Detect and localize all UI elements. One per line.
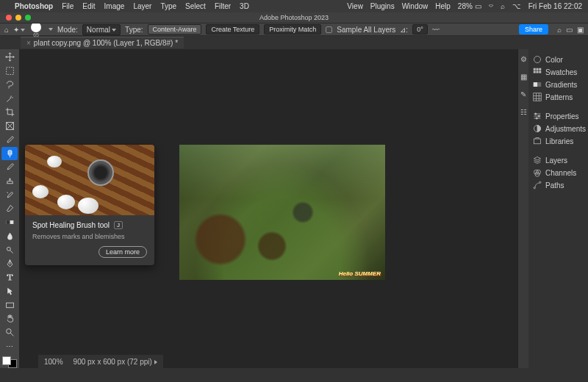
frame-tool[interactable] (1, 120, 18, 133)
history-brush-tool[interactable] (1, 188, 18, 201)
sample-all-layers-label: Sample All Layers (337, 26, 395, 34)
panel-patterns[interactable]: Patterns (531, 91, 587, 103)
document-tab-bar: × plant copy.png @ 100% (Layer 1, RGB/8#… (0, 36, 588, 49)
menu-view[interactable]: View (347, 2, 363, 10)
type-proximity-match-button[interactable]: Proximity Match (264, 24, 321, 35)
menu-type[interactable]: Type (160, 2, 176, 10)
crop-tool[interactable] (1, 106, 18, 119)
zoom-level[interactable]: 100% (44, 358, 63, 366)
document-canvas[interactable]: Hello SUMMER (179, 145, 385, 280)
rectangle-tool[interactable] (1, 298, 18, 311)
wand-tool[interactable] (1, 92, 18, 105)
close-tab-icon[interactable]: × (26, 39, 31, 47)
close-window-button[interactable] (6, 15, 12, 21)
hand-tool[interactable] (1, 312, 18, 325)
menu-file[interactable]: File (62, 2, 74, 10)
menu-help[interactable]: Help (435, 2, 451, 10)
panel-color[interactable]: Color (531, 54, 587, 65)
search-icon[interactable]: ⌕ (501, 2, 505, 10)
document-tab[interactable]: × plant copy.png @ 100% (Layer 1, RGB/8#… (21, 37, 184, 48)
color-swatches[interactable] (2, 356, 17, 368)
svg-rect-12 (534, 71, 536, 73)
menu-select[interactable]: Select (185, 2, 206, 10)
svg-rect-16 (534, 82, 537, 87)
tool-info-tooltip: Spot Healing Brush tool J Removes marks … (25, 145, 154, 265)
menu-window[interactable]: Window (402, 2, 429, 10)
dodge-tool[interactable] (1, 243, 18, 256)
menu-plugins[interactable]: Plugins (370, 2, 395, 10)
watermark-text: Hello SUMMER (339, 270, 381, 277)
app-menu[interactable]: Photoshop (15, 2, 53, 10)
blur-tool[interactable] (1, 230, 18, 243)
mode-select[interactable]: Normal (82, 24, 121, 35)
pressure-icon[interactable]: 〰 (432, 26, 440, 34)
home-icon[interactable]: ⌂ (4, 26, 9, 34)
path-select-tool[interactable] (1, 284, 18, 298)
eraser-tool[interactable] (1, 202, 18, 215)
menu-image[interactable]: Image (104, 2, 125, 10)
type-content-aware-button[interactable]: Content-Aware (148, 24, 202, 35)
arrange-icon[interactable]: ▣ (577, 26, 584, 34)
spot-healing-brush-tool[interactable] (1, 147, 18, 160)
panel-properties[interactable]: Properties (531, 110, 587, 122)
panels-dock: ⚙ ▦ ✎ ☷ Color Swatches Gradients Pattern… (517, 49, 588, 368)
window-title: Adobe Photoshop 2023 (259, 14, 329, 21)
brush-tool[interactable] (1, 161, 18, 174)
sliders-icon[interactable]: ⚙ (518, 54, 528, 64)
panel-layers[interactable]: Layers (531, 154, 587, 166)
panel-adjustments[interactable]: Adjustments (531, 123, 587, 134)
search-icon[interactable]: ⌕ (557, 26, 562, 34)
brush-panel-icon[interactable]: ✎ (518, 89, 528, 99)
edit-toolbar-button[interactable]: ⋯ (1, 339, 18, 353)
status-bar: 100% 900 px x 600 px (72 ppi) (38, 355, 163, 368)
tool-preset-icon[interactable]: ✦ (13, 26, 25, 34)
document-dimensions[interactable]: 900 px x 600 px (72 ppi) (74, 358, 157, 366)
maximize-window-button[interactable] (25, 15, 31, 21)
canvas-area[interactable]: Hello SUMMER Spot Healing Brush tool J R… (19, 49, 517, 368)
svg-rect-22 (534, 139, 541, 144)
svg-point-19 (538, 115, 539, 117)
lasso-tool[interactable] (1, 78, 18, 91)
panel-gradients[interactable]: Gradients (531, 79, 587, 90)
clock[interactable]: Fri Feb 16 22:02 (528, 2, 582, 10)
svg-rect-17 (534, 93, 542, 101)
zoom-tool[interactable] (1, 326, 18, 339)
svg-point-20 (536, 118, 537, 119)
pen-tool[interactable] (1, 257, 18, 270)
tooltip-preview-image (25, 145, 154, 215)
wifi-icon[interactable]: ⌔ (489, 2, 493, 10)
menu-layer[interactable]: Layer (133, 2, 151, 10)
svg-rect-0 (6, 68, 13, 75)
sample-all-layers-checkbox[interactable] (326, 26, 332, 33)
marquee-tool[interactable] (1, 65, 18, 78)
type-tool[interactable] (1, 271, 18, 284)
svg-point-7 (6, 329, 11, 334)
move-tool[interactable] (1, 51, 18, 64)
menu-filter[interactable]: Filter (215, 2, 231, 10)
gradient-tool[interactable] (1, 216, 18, 229)
menu-3d[interactable]: 3D (240, 2, 249, 10)
battery-status[interactable]: 28% ▭ (458, 2, 481, 10)
type-create-texture-button[interactable]: Create Texture (206, 24, 259, 35)
options-bar: ⌂ ✦ 65 Mode: Normal Type: Content-Aware … (0, 24, 588, 36)
learn-more-button[interactable]: Learn more (98, 246, 147, 258)
angle-input[interactable]: 0° (412, 24, 428, 35)
workspace-icon[interactable]: ▭ (566, 26, 573, 34)
eyedropper-tool[interactable] (1, 133, 18, 146)
grid-icon[interactable]: ▦ (518, 71, 528, 82)
control-center-icon[interactable]: ⌥ (512, 2, 521, 10)
menu-edit[interactable]: Edit (82, 2, 95, 10)
panel-paths[interactable]: Paths (531, 179, 587, 191)
minimize-window-button[interactable] (15, 15, 21, 21)
share-button[interactable]: Share (519, 24, 548, 35)
panel-channels[interactable]: Channels (531, 167, 587, 179)
panel-libraries[interactable]: Libraries (531, 135, 587, 147)
collapsed-panel-strip: ⚙ ▦ ✎ ☷ (518, 49, 528, 368)
svg-point-8 (534, 57, 541, 63)
brush-settings-icon[interactable]: ☷ (518, 107, 528, 117)
panel-swatches[interactable]: Swatches (531, 66, 587, 78)
svg-rect-10 (537, 68, 539, 71)
clone-stamp-tool[interactable] (1, 175, 18, 188)
svg-rect-14 (539, 71, 541, 73)
document-tab-label: plant copy.png @ 100% (Layer 1, RGB/8#) … (34, 39, 178, 47)
